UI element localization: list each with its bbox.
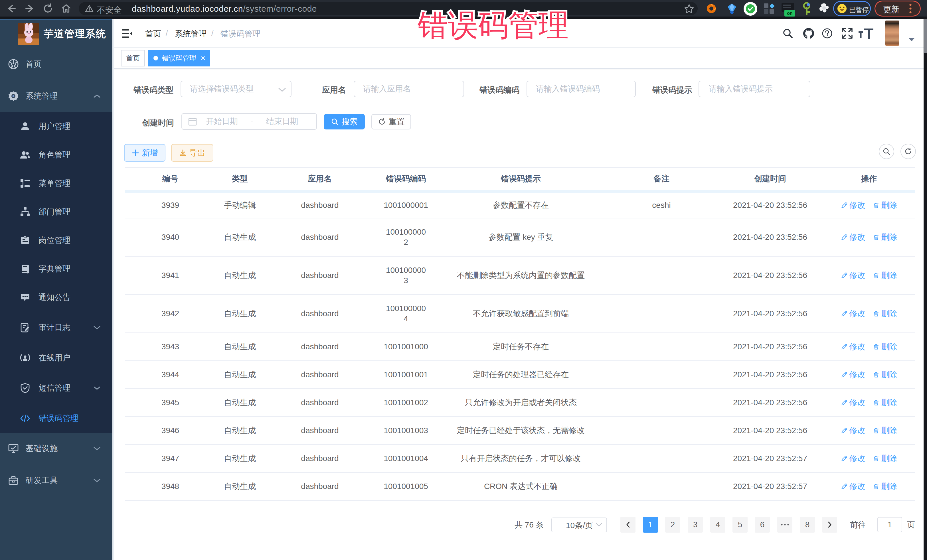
svg-text:on: on xyxy=(787,11,793,16)
